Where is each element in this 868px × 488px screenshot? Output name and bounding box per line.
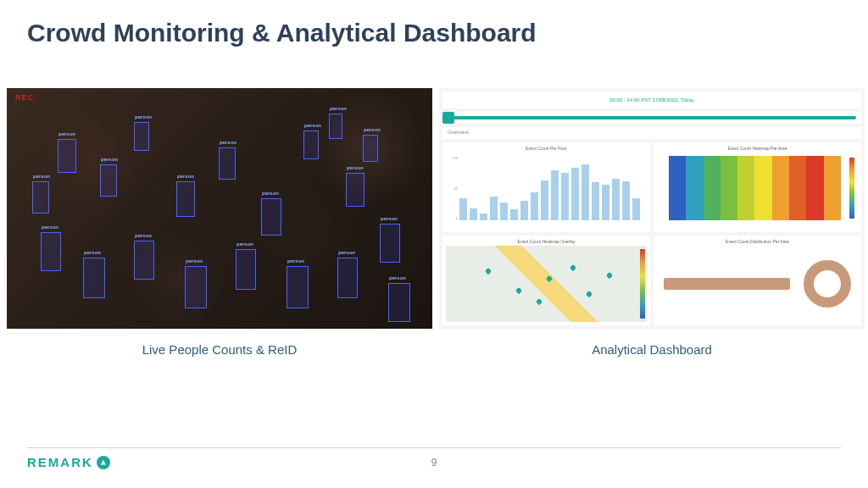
dashboard-date-header: 00:00 - 24:00 PST 17/08/2022, Today: [442, 92, 861, 108]
detection-box: person: [32, 181, 49, 214]
left-caption: Live People Counts & ReID: [92, 342, 347, 357]
dashboard-frame: 00:00 - 24:00 PST 17/08/2022, Today Over…: [439, 88, 865, 329]
distribution-row: [657, 246, 858, 322]
detection-box: person: [58, 139, 76, 173]
detection-box: person: [185, 266, 207, 308]
heatmap: [657, 152, 858, 229]
map-legend: [640, 249, 645, 319]
brand-text: REMARK: [27, 455, 93, 469]
content-row: REC person person person person person p…: [7, 88, 861, 357]
page-number: 9: [431, 457, 437, 469]
detection-box: person: [346, 173, 364, 207]
distribution-bar: [664, 278, 790, 290]
dashboard-sidebar-toggle: [442, 112, 454, 124]
dashboard-grid: Event Count Per Hour 160800: [442, 142, 861, 325]
detection-box: person: [363, 135, 378, 162]
card-map: Event Count Heatmap Overlay: [442, 236, 650, 325]
brand-logo: REMARK: [27, 455, 110, 469]
brand-mark-icon: [97, 456, 110, 469]
detection-box: person: [287, 266, 309, 308]
detection-box: person: [303, 130, 319, 159]
crowd-video-frame: REC person person person person person p…: [7, 88, 432, 329]
dashboard-overview-label: Overview: [442, 127, 861, 139]
bar-y-axis: 160800: [448, 156, 458, 220]
dashboard-timeline: [442, 112, 861, 124]
card-distribution: Event Count Distribution Per Area: [654, 236, 861, 325]
detection-box: person: [134, 241, 154, 280]
map-overlay: [446, 246, 647, 322]
bar-chart: 160800: [446, 152, 647, 229]
detection-box: person: [388, 283, 410, 322]
card-heatmap: Event Count Heatmap Per Area: [654, 142, 861, 232]
timeline-bar: [448, 116, 856, 119]
detection-box: person: [83, 258, 105, 298]
left-panel: REC person person person person person p…: [7, 88, 432, 357]
card-title: Event Count Per Hour: [446, 146, 647, 151]
card-title: Event Count Heatmap Overlay: [446, 239, 647, 244]
footer: REMARK 9: [27, 447, 841, 469]
distribution-donut: [804, 260, 851, 308]
detection-box: person: [134, 122, 149, 151]
detection-box: person: [219, 147, 236, 180]
detection-box: person: [337, 258, 358, 298]
detection-box: person: [329, 114, 342, 139]
detection-box: person: [41, 232, 61, 271]
rec-badge: REC: [15, 93, 34, 102]
card-bar-chart: Event Count Per Hour 160800: [442, 142, 650, 232]
page-title: Crowd Monitoring & Analytical Dashboard: [27, 19, 537, 47]
dashboard-scene: 00:00 - 24:00 PST 17/08/2022, Today Over…: [439, 88, 865, 329]
detection-box: person: [100, 164, 117, 197]
detection-box: person: [380, 224, 400, 263]
right-panel: 00:00 - 24:00 PST 17/08/2022, Today Over…: [439, 88, 865, 357]
card-title: Event Count Distribution Per Area: [657, 239, 858, 244]
detection-box: person: [176, 181, 195, 217]
right-caption: Analytical Dashboard: [525, 342, 779, 357]
detection-box: person: [236, 249, 256, 290]
crowd-scene: REC person person person person person p…: [7, 88, 432, 329]
card-title: Event Count Heatmap Per Area: [657, 146, 858, 151]
detection-box: person: [261, 198, 281, 236]
heatmap-legend: [849, 158, 854, 219]
